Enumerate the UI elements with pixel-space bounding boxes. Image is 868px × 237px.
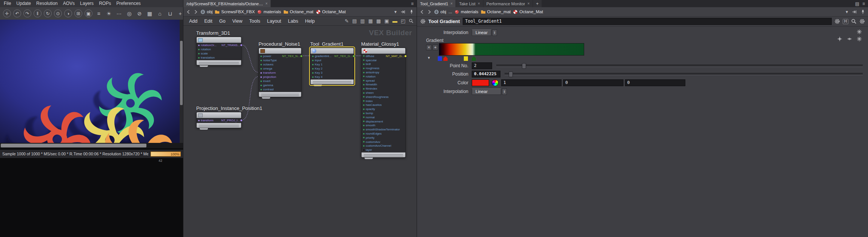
- gradient-ramp[interactable]: [439, 43, 584, 56]
- slider-thumb[interactable]: [522, 63, 526, 69]
- history-forward-icon[interactable]: [427, 9, 432, 14]
- expression-language-icon[interactable]: H: [843, 19, 848, 24]
- color-b-field[interactable]: 0: [625, 79, 685, 86]
- node-param-row[interactable]: smoothShadowTerminator: [362, 127, 405, 132]
- ramp-key-1[interactable]: [438, 56, 442, 61]
- node-param-row[interactable]: filmindex: [362, 87, 405, 91]
- param-connector-dot[interactable]: [363, 76, 365, 77]
- network-menu-item[interactable]: View: [229, 19, 246, 24]
- ramp-key-3[interactable]: [464, 56, 468, 61]
- node-param-row[interactable]: Key 3: [311, 71, 354, 75]
- param-connector-dot[interactable]: [312, 56, 314, 57]
- viewport-horizontal-scrollbar[interactable]: [0, 143, 183, 148]
- node-header[interactable]: [197, 112, 241, 118]
- node-param-row[interactable]: filmwidth: [362, 83, 405, 87]
- viewport-vertical-scrollbar[interactable]: [180, 20, 183, 143]
- network-menu-item[interactable]: Add: [186, 19, 201, 24]
- network-menu-item[interactable]: Layout: [264, 19, 285, 24]
- node-param-row[interactable]: rotation: [197, 47, 241, 51]
- scrollbar-thumb[interactable]: [1, 144, 146, 147]
- expand-icon[interactable]: ⊞: [74, 9, 82, 17]
- param-connector-dot[interactable]: [260, 68, 262, 70]
- param-connector-dot[interactable]: [363, 108, 365, 110]
- param-connector-dot[interactable]: [363, 125, 365, 126]
- gear-menu-icon[interactable]: [859, 19, 865, 24]
- param-connector-dot[interactable]: [363, 84, 365, 85]
- output-connector[interactable]: [240, 119, 243, 122]
- follow-path-icon[interactable]: [401, 9, 406, 14]
- node-param-row[interactable]: sheenRoughness: [362, 95, 405, 99]
- close-tab-icon[interactable]: ×: [527, 2, 529, 6]
- node-param-row[interactable]: transform: [259, 71, 301, 75]
- node-output-nub[interactable]: [314, 85, 322, 86]
- node-param-row[interactable]: sheen: [362, 91, 405, 95]
- pin-icon[interactable]: [860, 9, 865, 14]
- render-viewport[interactable]: [0, 20, 183, 143]
- param-connector-dot[interactable]: [363, 100, 365, 102]
- dropdown-stepper[interactable]: ▲▼: [502, 88, 507, 95]
- node-output-nub[interactable]: [200, 128, 208, 130]
- lock-icon[interactable]: ⊘: [135, 9, 143, 17]
- render-menu-item[interactable]: Layers: [77, 0, 96, 7]
- remove-key-icon[interactable]: [847, 36, 852, 42]
- network-menu-item[interactable]: Labs: [285, 19, 302, 24]
- history-back-icon[interactable]: [420, 9, 425, 14]
- ramp-options-icon[interactable]: [857, 36, 862, 42]
- point-no-slider[interactable]: [496, 65, 863, 67]
- node-param-row[interactable]: Key 1: [311, 62, 354, 67]
- power-icon[interactable]: ⊙: [54, 9, 62, 17]
- node-footer[interactable]: [197, 123, 241, 128]
- param-connector-dot[interactable]: [260, 76, 262, 78]
- interpolation-dropdown[interactable]: Linear: [472, 29, 491, 36]
- param-connector-dot[interactable]: [363, 55, 365, 57]
- node-transform-3d1[interactable]: Transform_3D1 NT_TRANS... rotationOr... …: [196, 29, 242, 67]
- path-dropdown-icon[interactable]: ▼: [394, 10, 397, 14]
- overlay-view-icon[interactable]: ◰: [401, 18, 405, 24]
- grid-snap-icon[interactable]: ▦: [368, 18, 373, 24]
- exposure-icon[interactable]: ◑: [64, 9, 72, 17]
- param-connector-dot[interactable]: [198, 45, 200, 46]
- ramp-key-2[interactable]: [443, 56, 448, 61]
- param-connector-dot[interactable]: [363, 72, 365, 73]
- close-tab-icon[interactable]: ×: [478, 2, 480, 6]
- node-procedural-noise1[interactable]: Procedural_Noise1 NT_TEX_N... power nois…: [259, 40, 302, 99]
- node-name-input[interactable]: Tool_Gradient1: [463, 18, 832, 25]
- node-param-row[interactable]: Key 2: [311, 67, 354, 71]
- node-param-row[interactable]: roughness: [362, 66, 405, 70]
- render-menu-item[interactable]: ROPs: [96, 0, 114, 7]
- output-connector[interactable]: [352, 55, 355, 57]
- node-param-row[interactable]: brdf: [362, 62, 405, 67]
- close-tab-icon[interactable]: ×: [265, 2, 268, 6]
- passes-icon[interactable]: ≡: [95, 9, 103, 17]
- list-view-icon[interactable]: ▥: [360, 18, 365, 24]
- new-tab-icon[interactable]: +: [533, 0, 542, 7]
- color-swatch[interactable]: [472, 79, 489, 86]
- node-param-row[interactable]: octaves: [259, 62, 301, 67]
- node-param-row[interactable]: specular: [362, 58, 405, 62]
- node-header[interactable]: [311, 48, 354, 54]
- shaded-grid-icon[interactable]: ▩: [376, 18, 381, 24]
- param-connector-dot[interactable]: [363, 129, 365, 130]
- panes-icon[interactable]: ▣: [384, 18, 389, 24]
- node-output-nub[interactable]: [365, 158, 373, 159]
- breadcrumb-obj[interactable]: obj: [200, 9, 212, 14]
- param-connector-dot[interactable]: [260, 60, 262, 61]
- node-param-row[interactable]: customAov: [362, 140, 405, 144]
- node-param-row[interactable]: rotation: [362, 74, 405, 79]
- render-menu-item[interactable]: Update: [14, 0, 34, 7]
- render-menu-item[interactable]: AOVs: [60, 0, 77, 7]
- dropdown-stepper[interactable]: ▲▼: [492, 29, 497, 36]
- network-menu-item[interactable]: Edit: [201, 19, 216, 24]
- history-back-icon[interactable]: [186, 9, 191, 14]
- param-connector-dot[interactable]: [363, 133, 365, 135]
- node-param-row[interactable]: bump: [362, 111, 405, 115]
- tab-performance-monitor[interactable]: Performance Monitor ×: [483, 0, 533, 7]
- param-connector-dot[interactable]: [260, 64, 262, 65]
- node-param-row[interactable]: translation: [197, 56, 241, 60]
- param-connector-dot[interactable]: [363, 88, 365, 90]
- node-material-glossy1[interactable]: Material_Glossy1 NT_MAT_G... diffuse spe…: [361, 40, 406, 159]
- node-header[interactable]: [197, 37, 241, 43]
- follow-path-icon[interactable]: [852, 9, 857, 14]
- network-menu-item[interactable]: Tools: [246, 19, 263, 24]
- point-no-field[interactable]: 2: [472, 62, 492, 69]
